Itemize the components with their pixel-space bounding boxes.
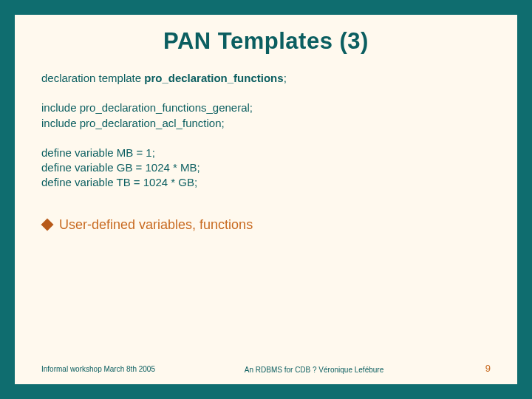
footer: Informal workshop March 8th 2005 An RDBM… xyxy=(41,363,491,374)
include-line-2: include pro_declaration_acl_function; xyxy=(41,116,491,131)
slide: PAN Templates (3) declaration template p… xyxy=(15,15,517,384)
slide-title: PAN Templates (3) xyxy=(41,28,491,55)
include-line-1: include pro_declaration_functions_genera… xyxy=(41,100,491,115)
define-line-2: define variable GB = 1024 * MB; xyxy=(41,160,491,175)
define-block: define variable MB = 1; define variable … xyxy=(41,146,491,191)
bullet-text: User-defined variables, functions xyxy=(59,217,253,233)
footer-left: Informal workshop March 8th 2005 xyxy=(41,364,167,374)
decl-name: pro_declaration_functions xyxy=(144,72,283,84)
footer-center: An RDBMS for CDB ? Véronique Lefébure xyxy=(167,366,461,374)
define-line-3: define variable TB = 1024 * GB; xyxy=(41,175,491,190)
bullet-item: User-defined variables, functions xyxy=(41,217,491,233)
decl-prefix: declaration template xyxy=(41,72,144,84)
diamond-bullet-icon xyxy=(41,219,54,231)
define-line-1: define variable MB = 1; xyxy=(41,146,491,160)
include-block: include pro_declaration_functions_genera… xyxy=(41,100,491,131)
declaration-line: declaration template pro_declaration_fun… xyxy=(41,71,491,86)
code-block: declaration template pro_declaration_fun… xyxy=(41,71,491,191)
page-number: 9 xyxy=(461,363,491,374)
decl-suffix: ; xyxy=(284,72,287,84)
